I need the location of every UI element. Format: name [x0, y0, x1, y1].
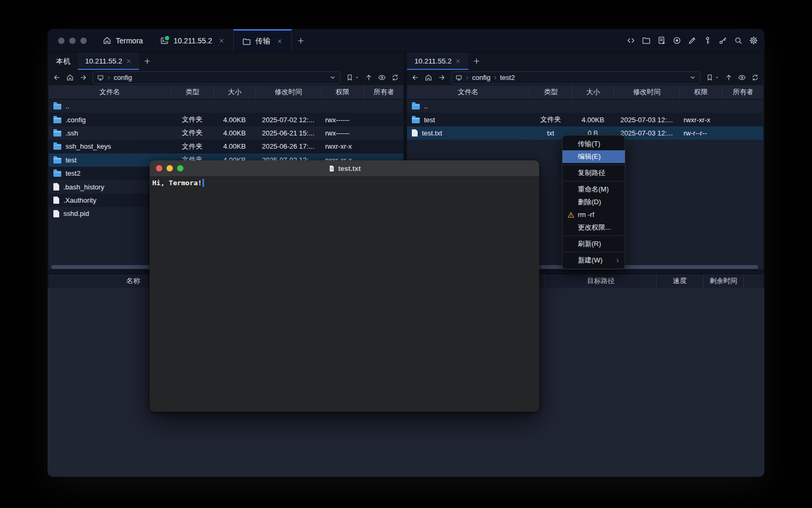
- close-window-button[interactable]: [58, 38, 64, 44]
- zoom-window-button[interactable]: [177, 165, 183, 171]
- column-header-owner[interactable]: 所有者: [364, 85, 403, 99]
- code-icon[interactable]: [626, 36, 635, 45]
- editor-window-controls[interactable]: [156, 165, 183, 171]
- table-row[interactable]: .config 文件夹 4.00KB 2025-07-02 12:... rwx…: [49, 113, 403, 126]
- dropdown-triangle-icon[interactable]: [355, 75, 359, 80]
- menu-item-copy-path[interactable]: 复制路径: [562, 167, 625, 179]
- file-name: .ssh: [66, 129, 78, 137]
- table-row[interactable]: ..: [407, 99, 763, 113]
- column-header-owner[interactable]: 所有者: [722, 85, 763, 99]
- column-header-speed[interactable]: 速度: [656, 274, 703, 288]
- settings-icon[interactable]: [749, 36, 758, 45]
- file-icon: [412, 129, 418, 137]
- menu-separator: [563, 181, 624, 182]
- column-header-type[interactable]: 类型: [171, 85, 214, 99]
- zoom-window-button[interactable]: [80, 38, 87, 44]
- forward-icon[interactable]: [79, 74, 87, 81]
- column-header-mtime[interactable]: 修改时间: [255, 85, 321, 99]
- chevron-down-icon[interactable]: [689, 74, 696, 81]
- close-tab-icon[interactable]: [218, 38, 225, 44]
- column-header-perm[interactable]: 权限: [679, 85, 722, 99]
- tab-termora[interactable]: Termora: [94, 29, 151, 52]
- show-hidden-icon[interactable]: [738, 74, 746, 81]
- tab-remote-host[interactable]: 10.211.55.2: [78, 52, 139, 70]
- menu-separator: [563, 235, 624, 236]
- column-header-extra: [743, 274, 763, 288]
- file-icon: [53, 210, 59, 217]
- menu-item-edit[interactable]: 编辑(E): [562, 150, 625, 163]
- bookmark-button[interactable]: [346, 74, 359, 81]
- home-icon[interactable]: [66, 74, 74, 81]
- editor-content[interactable]: Hi, Termora!: [150, 176, 539, 412]
- new-tab-button[interactable]: [292, 29, 310, 52]
- folder-icon: [242, 37, 251, 46]
- table-row[interactable]: ssh_host_keys 文件夹 4.00KB 2025-06-26 17:.…: [49, 140, 403, 153]
- close-window-button[interactable]: [156, 165, 162, 171]
- breadcrumb-segment[interactable]: test2: [500, 74, 515, 81]
- folder-icon: [412, 104, 420, 110]
- column-header-target[interactable]: 目标路径: [545, 274, 656, 288]
- tab-host-session[interactable]: 10.211.55.2: [151, 29, 233, 52]
- search-icon[interactable]: [734, 36, 743, 45]
- tab-transfer[interactable]: 传输: [233, 29, 292, 52]
- window-controls[interactable]: [58, 38, 87, 44]
- menu-item-transfer[interactable]: 传输(T): [562, 138, 625, 150]
- bookmark-icon: [346, 74, 354, 81]
- menu-item-rm-rf[interactable]: rm -rf: [562, 208, 625, 221]
- close-tab-icon[interactable]: [455, 58, 461, 64]
- refresh-icon[interactable]: [391, 74, 399, 81]
- back-icon[interactable]: [53, 74, 61, 81]
- column-header-name[interactable]: 文件名: [49, 85, 171, 99]
- computer-icon: [97, 74, 104, 81]
- column-header-perm[interactable]: 权限: [321, 85, 364, 99]
- log-icon[interactable]: [657, 36, 666, 45]
- right-path-breadcrumb[interactable]: config test2: [451, 71, 700, 84]
- breadcrumb-segment[interactable]: config: [114, 74, 132, 81]
- record-icon[interactable]: [672, 36, 681, 45]
- column-header-remaining[interactable]: 剩余时间: [703, 274, 743, 288]
- breadcrumb-segment[interactable]: config: [472, 74, 491, 81]
- menu-item-chmod[interactable]: 更改权限...: [562, 221, 625, 234]
- editor-titlebar[interactable]: test.txt: [150, 160, 539, 176]
- tab-local-machine[interactable]: 本机: [49, 52, 78, 70]
- tab-remote-host[interactable]: 10.211.55.2: [407, 52, 468, 70]
- refresh-icon[interactable]: [751, 74, 759, 81]
- left-path-breadcrumb[interactable]: config: [93, 71, 340, 84]
- table-row[interactable]: test 文件夹 4.00KB 2025-07-03 12:... rwxr-x…: [407, 113, 763, 126]
- keychain-icon[interactable]: [718, 36, 727, 45]
- menu-item-rename[interactable]: 重命名(M): [562, 183, 625, 196]
- menu-separator: [563, 252, 624, 252]
- close-tab-icon[interactable]: [276, 38, 283, 44]
- column-header-type[interactable]: 类型: [529, 85, 572, 99]
- chevron-down-icon[interactable]: [329, 74, 336, 81]
- table-row[interactable]: ..: [49, 99, 403, 113]
- minimize-window-button[interactable]: [167, 165, 173, 171]
- key-icon[interactable]: [703, 36, 712, 45]
- minimize-window-button[interactable]: [69, 38, 76, 44]
- home-icon[interactable]: [425, 74, 432, 81]
- new-panel-tab-button[interactable]: [468, 52, 484, 70]
- bookmark-button[interactable]: [706, 74, 719, 81]
- menu-item-refresh[interactable]: 刷新(R): [562, 238, 625, 250]
- edit-icon[interactable]: [688, 36, 697, 45]
- upload-icon[interactable]: [365, 74, 373, 81]
- column-header-size[interactable]: 大小: [214, 85, 255, 99]
- column-header-mtime[interactable]: 修改时间: [614, 85, 679, 99]
- back-icon[interactable]: [411, 74, 419, 81]
- new-panel-tab-button[interactable]: [139, 52, 155, 70]
- upload-icon[interactable]: [725, 74, 733, 81]
- menu-item-new[interactable]: 新建(W): [562, 254, 625, 267]
- column-header-name[interactable]: 文件名: [407, 85, 529, 99]
- table-row[interactable]: .ssh 文件夹 4.00KB 2025-06-21 15:... rwx---…: [49, 126, 403, 140]
- menu-item-delete[interactable]: 删除(D): [562, 196, 625, 208]
- folder-icon: [53, 104, 61, 110]
- show-hidden-icon[interactable]: [378, 74, 386, 81]
- dropdown-triangle-icon[interactable]: [715, 75, 719, 80]
- folder-icon[interactable]: [642, 36, 651, 45]
- context-menu: 传输(T) 编辑(E) 复制路径 重命名(M) 删除(D) rm -rf 更改权…: [562, 135, 625, 269]
- column-header-size[interactable]: 大小: [572, 85, 614, 99]
- forward-icon[interactable]: [438, 74, 446, 81]
- folder-icon: [53, 144, 61, 150]
- file-name: sshd.pid: [63, 210, 89, 217]
- close-tab-icon[interactable]: [126, 58, 132, 64]
